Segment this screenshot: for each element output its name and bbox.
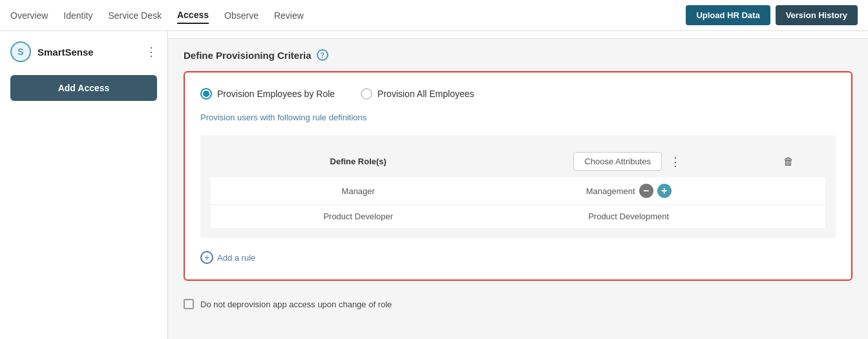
radio-label-all: Provision All Employees <box>377 89 474 99</box>
attrs-kebab-button[interactable]: ⋮ <box>667 153 684 170</box>
col-header-roles: Define Role(s) <box>211 146 505 177</box>
nav-buttons: Upload HR Data Version History <box>686 5 858 25</box>
provision-subtext: Provision users with following rule defi… <box>200 113 836 122</box>
delete-row-button[interactable]: 🗑 <box>779 155 798 169</box>
deprovision-checkbox[interactable] <box>184 299 194 309</box>
radio-row: Provision Employees by Role Provision Al… <box>200 88 836 100</box>
row-actions-management: Management − + <box>516 184 741 198</box>
sidebar-options-icon[interactable]: ⋮ <box>145 45 157 59</box>
version-history-button[interactable]: Version History <box>776 5 858 25</box>
help-icon[interactable]: ? <box>317 49 328 61</box>
role-cell-product-developer: Product Developer <box>211 205 505 228</box>
add-rule-label: Add a rule <box>217 253 255 263</box>
checkbox-row: Do not deprovision app access upon chang… <box>184 291 852 309</box>
rule-table-wrap: Define Role(s) Choose Attributes ⋮ 🗑 <box>200 135 836 238</box>
radio-provision-all[interactable]: Provision All Employees <box>361 88 474 100</box>
col-header-attrs: Choose Attributes ⋮ <box>505 146 751 177</box>
top-nav: Overview Identity Service Desk Access Ob… <box>0 0 868 31</box>
sidebar-brand: S SmartSense ⋮ <box>10 41 157 62</box>
nav-access[interactable]: Access <box>177 7 209 24</box>
nav-observe[interactable]: Observe <box>224 8 259 23</box>
checkbox-label: Do not deprovision app access upon chang… <box>200 300 392 309</box>
attr-header-cell: Choose Attributes ⋮ <box>516 152 741 171</box>
add-access-button[interactable]: Add Access <box>10 75 157 101</box>
role-cell-manager: Manager <box>211 177 505 205</box>
brand-avatar: S <box>10 41 31 62</box>
table-row: Manager Management − + <box>211 177 825 205</box>
radio-provision-by-role[interactable]: Provision Employees by Role <box>200 88 335 100</box>
upload-hr-data-button[interactable]: Upload HR Data <box>686 5 770 25</box>
rule-table: Define Role(s) Choose Attributes ⋮ 🗑 <box>211 146 825 228</box>
radio-label-role: Provision Employees by Role <box>217 89 335 99</box>
sidebar: S SmartSense ⋮ Add Access <box>0 31 168 339</box>
attr-cell-product-dev: Product Development <box>505 205 751 228</box>
action-cell-manager <box>752 177 825 205</box>
action-cell-product-developer <box>752 205 825 228</box>
section-title: Define Provisioning Criteria ? <box>184 49 852 61</box>
col-header-actions: 🗑 <box>752 146 825 177</box>
choose-attributes-button[interactable]: Choose Attributes <box>573 152 662 171</box>
app-layout: S SmartSense ⋮ Add Access Define Provisi… <box>0 31 868 339</box>
radio-circle-all <box>361 88 372 100</box>
attr-cell-management: Management − + <box>505 177 751 205</box>
nav-overview[interactable]: Overview <box>10 8 48 23</box>
nav-identity[interactable]: Identity <box>63 8 92 23</box>
brand-info: S SmartSense <box>10 41 94 62</box>
remove-management-button[interactable]: − <box>639 184 653 198</box>
provisioning-box: Provision Employees by Role Provision Al… <box>184 71 852 281</box>
main-content: Define Provisioning Criteria ? Provision… <box>168 31 868 339</box>
section-title-text: Define Provisioning Criteria <box>184 50 312 61</box>
radio-circle-role <box>200 88 212 100</box>
add-rule-icon: + <box>200 251 213 264</box>
radio-inner-role <box>203 91 209 97</box>
top-strip <box>168 31 868 39</box>
nav-review[interactable]: Review <box>274 8 304 23</box>
table-row: Product Developer Product Development <box>211 205 825 228</box>
nav-links: Overview Identity Service Desk Access Ob… <box>10 7 304 24</box>
brand-name: SmartSense <box>37 47 94 58</box>
add-management-button[interactable]: + <box>657 184 672 198</box>
attr-value-management: Management <box>586 186 635 196</box>
nav-service-desk[interactable]: Service Desk <box>109 8 162 23</box>
add-rule[interactable]: + Add a rule <box>200 251 836 264</box>
